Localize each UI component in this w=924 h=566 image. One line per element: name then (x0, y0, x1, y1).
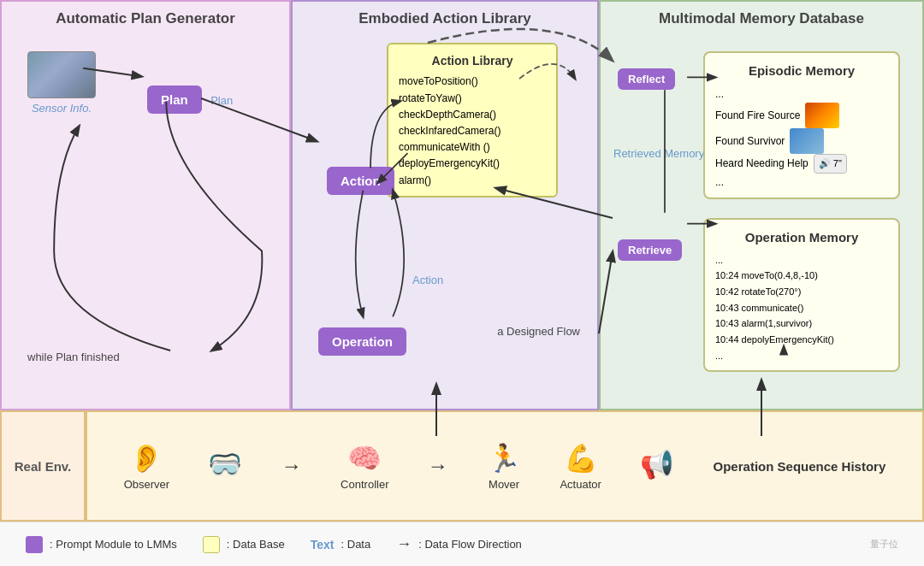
designed-flow-wrapper: a Designed Flow (497, 323, 580, 339)
auto-panel-title: Automatic Plan Generator (10, 10, 281, 27)
op-item1: 10:24 moveTo(0.4,8,-10) (715, 268, 888, 284)
ep-dots1: ... (715, 85, 888, 103)
fn-6: deployEmergencyKit() (399, 156, 546, 172)
fn-3: checkDepthCamera() (399, 107, 546, 123)
actuator-label: Actuator (560, 478, 601, 491)
multimodal-content: Reflect Retrieve Retrieved Memory Episod… (609, 34, 914, 398)
op-item3: 10:43 communicate() (715, 300, 888, 316)
fn-2: rotateToYaw() (399, 91, 546, 107)
operation-items: ... 10:24 moveTo(0.4,8,-10) 10:42 rotate… (715, 252, 888, 364)
plan-box-wrapper: Plan Plan (147, 85, 233, 114)
op-seq-wrapper: Operation Sequence History (714, 459, 886, 474)
embodied-content: Action Library moveToPosition() rotateTo… (301, 34, 589, 398)
designed-flow-label: a Designed Flow (497, 325, 580, 338)
op-seq-label: Operation Sequence History (714, 459, 886, 474)
watermark: 量子位 (870, 538, 898, 551)
retrieve-wrapper: Retrieve (618, 239, 682, 261)
panel-multimodal: Multimodal Memory Database Reflect Retri… (599, 0, 924, 410)
retrieved-memory-label: Retrieved Memory (613, 147, 704, 160)
person-thumbnail (790, 128, 824, 154)
legend-arrow-label: : Data Flow Direction (418, 538, 522, 551)
legend-data-label: : Data (341, 538, 371, 551)
bottom-row: Real Env. 👂 Observer 🥽 → 🧠 Controller (0, 410, 924, 522)
episodic-items: ... Found Fire Source Found Survivor Hea… (715, 85, 888, 191)
reflect-box: Reflect (618, 68, 675, 90)
controller-icon: 🧠 (347, 442, 382, 475)
fn-5: communicateWith () (399, 139, 546, 156)
goggles-agent: 🥽 (208, 448, 242, 484)
action-box-wrapper: Action (327, 167, 394, 195)
controller-agent: 🧠 Controller (341, 442, 388, 491)
flow-arrow-2: → (428, 454, 448, 478)
reflect-wrapper: Reflect (618, 68, 675, 90)
action-label-wrapper: Action (412, 272, 443, 287)
legend-purple-label: : Prompt Module to LMMs (50, 538, 177, 551)
observer-label: Observer (124, 478, 169, 491)
observer-icon: 👂 (129, 442, 163, 475)
legend-yellow: : Data Base (203, 536, 285, 553)
episodic-title: Episodic Memory (715, 60, 888, 82)
real-env-label: Real Env. (15, 459, 71, 474)
operation-memory-box: Operation Memory ... 10:24 moveTo(0.4,8,… (703, 218, 900, 372)
fn-4: checkInfaredCamera() (399, 123, 546, 139)
legend-yellow-label: : Data Base (227, 538, 285, 551)
episodic-memory-box: Episodic Memory ... Found Fire Source Fo… (703, 51, 900, 199)
action-label: Action (412, 274, 443, 286)
mover-label: Mover (489, 478, 519, 491)
op-item5: 10:44 depolyEmergencyKit() (715, 332, 888, 348)
operation-box: Operation (318, 327, 406, 356)
text-data-text: Text (311, 538, 335, 551)
actuator-icon: 💪 (564, 442, 598, 475)
op-item4: 10:43 alarm(1,survivor) (715, 315, 888, 332)
actuator-agent: 💪 Actuator (560, 442, 601, 491)
embodied-panel-title: Embodied Action Library (301, 10, 589, 27)
legend-arrow-icon: → (396, 535, 412, 553)
fn-7: alarm() (399, 173, 546, 189)
ep-item3: Heard Needing Help 🔊 7" (715, 154, 888, 174)
main-container: Automatic Plan Generator Sensor Info. Pl… (0, 0, 924, 566)
megaphone-agent: 📢 (640, 448, 674, 484)
real-env-panel: Real Env. (0, 410, 86, 522)
plan-text-label: Plan (210, 94, 233, 107)
legend-yellow-square (203, 536, 220, 553)
sensor-block: Sensor Info. (27, 51, 96, 115)
mover-agent: 🏃 Mover (487, 442, 521, 491)
op-dots1: ... (715, 252, 888, 268)
retrieved-memory-wrapper: Retrieved Memory (613, 145, 704, 161)
mover-icon: 🏃 (487, 442, 521, 475)
legend-purple: : Prompt Module to LMMs (26, 536, 177, 553)
observer-agent: 👂 Observer (124, 442, 169, 491)
action-function-list: moveToPosition() rotateToYaw() checkDept… (399, 74, 546, 188)
ep-item2: Found Survivor (715, 128, 888, 154)
legend-arrow-item: → : Data Flow Direction (396, 535, 522, 553)
action-library-title: Action Library (399, 51, 546, 70)
sensor-label: Sensor Info. (27, 102, 96, 115)
action-box: Action (327, 167, 394, 195)
megaphone-icon: 📢 (640, 448, 674, 481)
panel-auto: Automatic Plan Generator Sensor Info. Pl… (0, 0, 291, 410)
legend-text-data: Text : Data (311, 538, 370, 551)
retrieve-box: Retrieve (618, 239, 682, 261)
bottom-main-panel: 👂 Observer 🥽 → 🧠 Controller → 🏃 Mover (86, 410, 924, 522)
goggles-icon: 🥽 (208, 448, 242, 481)
audio-badge: 🔊 7" (814, 154, 847, 174)
ep-dots2: ... (715, 174, 888, 191)
op-dots2: ... (715, 348, 888, 364)
panel-embodied: Embodied Action Library Action Library m… (291, 0, 599, 410)
multimodal-panel-title: Multimodal Memory Database (609, 10, 914, 27)
auto-plan-content: Sensor Info. Plan Plan while Plan finish… (10, 34, 281, 398)
legend-purple-square (26, 536, 43, 553)
operation-box-wrapper: Operation (318, 327, 406, 356)
fire-thumbnail (805, 103, 839, 128)
ep-item1: Found Fire Source (715, 103, 888, 128)
legend-row: : Prompt Module to LMMs : Data Base Text… (0, 522, 924, 566)
operation-memory-title: Operation Memory (715, 227, 888, 249)
op-item2: 10:42 rotateTo(270°) (715, 284, 888, 300)
fn-1: moveToPosition() (399, 74, 546, 90)
flow-arrow-1: → (281, 454, 302, 478)
panels-row: Automatic Plan Generator Sensor Info. Pl… (0, 0, 924, 410)
controller-label: Controller (341, 478, 388, 491)
plan-box: Plan (147, 85, 202, 114)
action-library-box: Action Library moveToPosition() rotateTo… (387, 43, 558, 198)
while-label: while Plan finished (27, 349, 120, 364)
